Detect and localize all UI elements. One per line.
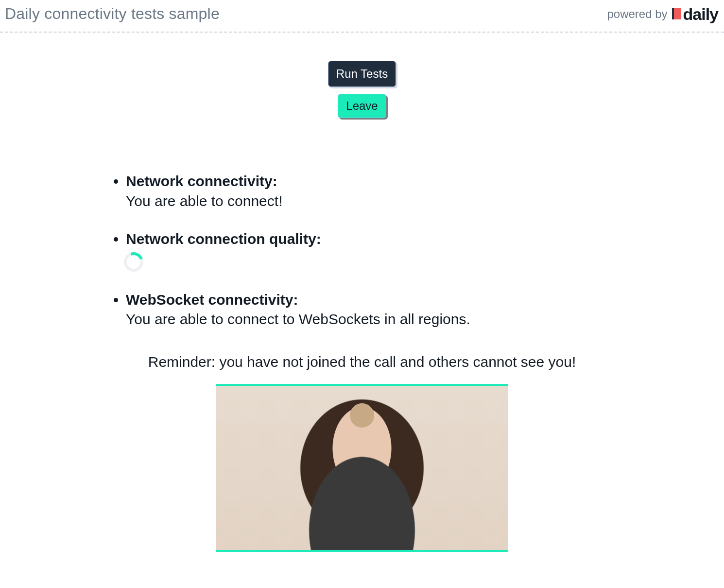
reminder-text: Reminder: you have not joined the call a…	[0, 354, 724, 370]
leave-button[interactable]: Leave	[338, 94, 386, 118]
result-label: Network connectivity:	[126, 173, 277, 189]
result-label: WebSocket connectivity:	[126, 292, 298, 308]
spinner-icon	[121, 249, 146, 275]
daily-logo-word: daily	[683, 6, 718, 22]
result-value: You are able to connect!	[126, 193, 282, 209]
button-group: Run Tests Leave	[0, 61, 724, 118]
powered-by: powered by daily	[607, 6, 718, 22]
powered-by-text: powered by	[607, 7, 667, 21]
video-preview	[216, 384, 508, 552]
result-network-quality: Network connection quality:	[126, 229, 629, 272]
svg-marker-1	[674, 8, 681, 19]
run-tests-button[interactable]: Run Tests	[328, 61, 396, 87]
result-network-connectivity: Network connectivity: You are able to co…	[126, 172, 629, 211]
daily-logo-icon	[671, 7, 682, 21]
result-websocket: WebSocket connectivity: You are able to …	[126, 290, 629, 329]
result-label: Network connection quality:	[126, 231, 321, 247]
header: Daily connectivity tests sample powered …	[0, 0, 724, 33]
video-placeholder-image	[216, 386, 508, 550]
result-value: You are able to connect to WebSockets in…	[126, 311, 470, 327]
daily-logo: daily	[671, 6, 718, 22]
page-title: Daily connectivity tests sample	[5, 5, 220, 23]
test-results: Network connectivity: You are able to co…	[95, 172, 629, 329]
